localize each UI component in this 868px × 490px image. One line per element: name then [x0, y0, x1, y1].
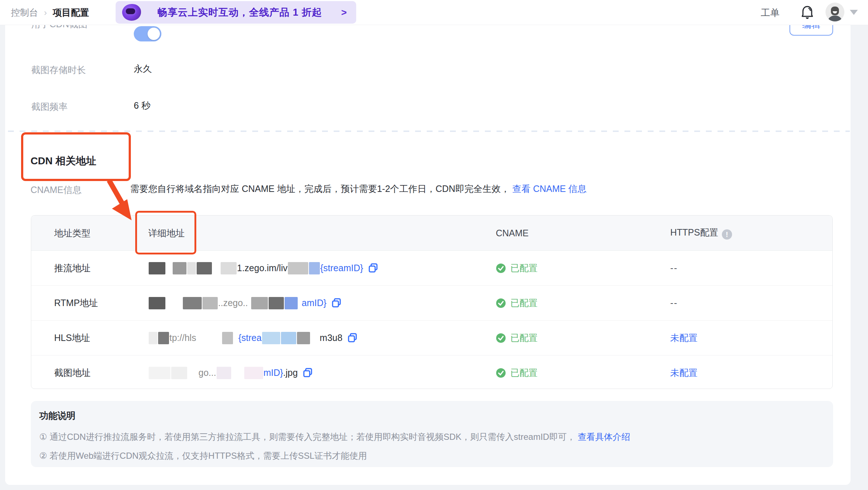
redacted-block: [244, 367, 263, 379]
table-row: RTMP地址..zego..amID}已配置--: [31, 286, 832, 321]
redacted-block: [251, 297, 268, 309]
check-circle-icon: [496, 298, 506, 308]
cname-info-desc: 需要您自行将域名指向对应 CNAME 地址，完成后，预计需要1-2个工作日，CD…: [130, 183, 587, 195]
header-cname: CNAME: [496, 228, 670, 238]
redacted-block: [171, 367, 187, 379]
detail-address-cell: tp://hls{stream3u8: [148, 332, 496, 344]
breadcrumb: 控制台 › 项目配置: [11, 7, 89, 19]
redacted-block: [222, 332, 233, 344]
notes-title: 功能说明: [39, 410, 822, 422]
redacted-block: [262, 332, 280, 344]
ticket-link[interactable]: 工单: [761, 7, 780, 19]
redacted-block: [281, 332, 296, 344]
view-cname-info-link[interactable]: 查看 CNAME 信息: [512, 184, 586, 194]
redacted-block: [269, 297, 284, 309]
cdn-screenshot-toggle[interactable]: [134, 26, 161, 41]
check-circle-icon: [496, 263, 506, 273]
https-configure-link[interactable]: 未配置: [670, 333, 698, 343]
cdn-address-table: 地址类型 详细地址 CNAME HTTPS配置! 推流地址1.zego.im/l…: [31, 215, 833, 389]
account-dropdown-caret-icon[interactable]: [850, 10, 858, 15]
mascot-icon: [122, 4, 141, 21]
redacted-block: [197, 262, 212, 274]
url-fragment: amID}: [302, 298, 326, 308]
notification-bell-icon[interactable]: [801, 5, 814, 20]
url-fragment: mID}: [264, 368, 283, 378]
cname-status-cell: 已配置: [496, 297, 670, 309]
detail-address-cell: go...mID}.jpg: [148, 367, 496, 379]
notes-line-1: ① 通过CDN进行推拉流服务时，若使用第三方推拉流工具，则需要传入完整地址；若使…: [39, 431, 822, 443]
https-config-cell: --: [670, 263, 832, 273]
table-row: HLS地址tp://hls{stream3u8已配置未配置: [31, 321, 832, 356]
redacted-block: [158, 332, 169, 344]
redacted-block: [187, 262, 196, 274]
view-details-link[interactable]: 查看具体介绍: [578, 432, 630, 442]
promo-banner-text: 畅享云上实时互动，全线产品 1 折起: [141, 6, 338, 19]
breadcrumb-separator-icon: ›: [44, 8, 47, 18]
url-fragment: 1.zego.im/liv: [237, 263, 288, 273]
url-fragment: {streamID}: [320, 263, 363, 273]
toggle-knob: [148, 28, 160, 40]
url-fragment: m3u8: [320, 333, 343, 343]
redacted-block: [149, 262, 165, 274]
url-fragment: .jpg: [283, 368, 298, 378]
https-config-cell: 未配置: [670, 367, 832, 379]
copy-icon[interactable]: [347, 333, 357, 343]
banner-arrow-icon[interactable]: >: [341, 7, 347, 18]
frequency-label: 截图频率: [31, 101, 68, 113]
detail-address-cell: 1.zego.im/liv{streamID}: [148, 262, 496, 274]
redacted-block: [183, 297, 202, 309]
redacted-block: [217, 367, 231, 379]
detail-address-cell: ..zego..amID}: [148, 297, 496, 309]
url-fragment: ..zego..: [218, 298, 248, 308]
copy-icon[interactable]: [303, 368, 313, 378]
https-not-applicable: --: [670, 298, 678, 308]
redacted-block: [173, 262, 186, 274]
url-fragment: tp://hls: [169, 333, 196, 343]
notes-line-2: ② 若使用Web端进行CDN观众拉流，仅支持HTTPS格式，需要上传SSL证书才…: [39, 450, 822, 462]
user-avatar[interactable]: [825, 3, 844, 21]
redacted-block: [288, 262, 308, 274]
redacted-block: [149, 367, 170, 379]
copy-icon[interactable]: [368, 263, 378, 273]
cname-status-cell: 已配置: [496, 367, 670, 379]
promo-banner[interactable]: 畅享云上实时互动，全线产品 1 折起 >: [116, 1, 356, 24]
url-fragment: {strea: [238, 333, 262, 343]
address-type-cell: 推流地址: [31, 262, 148, 274]
https-config-cell: 未配置: [670, 332, 832, 344]
cdn-section-title: CDN 相关地址: [31, 154, 96, 168]
redacted-block: [221, 262, 237, 274]
copy-icon[interactable]: [331, 298, 341, 308]
address-type-cell: HLS地址: [31, 332, 148, 344]
header-https-config: HTTPS配置!: [670, 226, 832, 240]
address-type-cell: 截图地址: [31, 367, 148, 379]
section-divider: [8, 130, 850, 132]
redacted-block: [149, 297, 165, 309]
check-circle-icon: [496, 368, 506, 378]
url-fragment: go...: [198, 368, 216, 378]
address-type-cell: RTMP地址: [31, 297, 148, 309]
cname-desc-text: 需要您自行将域名指向对应 CNAME 地址，完成后，预计需要1-2个工作日，CD…: [130, 184, 510, 194]
header-address-type: 地址类型: [31, 227, 148, 239]
cname-status-text: 已配置: [510, 367, 538, 379]
redacted-block: [309, 262, 320, 274]
table-row: 推流地址1.zego.im/liv{streamID}已配置--: [31, 251, 832, 286]
cname-info-label: CNAME信息: [31, 184, 81, 196]
https-configure-link[interactable]: 未配置: [670, 368, 698, 378]
table-header-row: 地址类型 详细地址 CNAME HTTPS配置!: [31, 216, 832, 251]
redacted-block: [285, 297, 298, 309]
top-bar: 控制台 › 项目配置 畅享云上实时互动，全线产品 1 折起 > 工单: [0, 0, 868, 25]
storage-duration-value: 永久: [134, 63, 152, 75]
cname-status-text: 已配置: [510, 262, 538, 274]
https-not-applicable: --: [670, 263, 678, 273]
https-info-icon[interactable]: !: [722, 229, 732, 240]
breadcrumb-console[interactable]: 控制台: [11, 7, 38, 19]
feature-notes-box: 功能说明 ① 通过CDN进行推拉流服务时，若使用第三方推拉流工具，则需要传入完整…: [31, 401, 833, 467]
cname-status-text: 已配置: [510, 297, 538, 309]
table-row: 截图地址go...mID}.jpg已配置未配置: [31, 356, 832, 389]
cname-status-cell: 已配置: [496, 262, 670, 274]
redacted-block: [297, 332, 310, 344]
check-circle-icon: [496, 333, 506, 343]
redacted-block: [202, 297, 218, 309]
cname-status-cell: 已配置: [496, 332, 670, 344]
header-detail-address: 详细地址: [148, 227, 496, 239]
